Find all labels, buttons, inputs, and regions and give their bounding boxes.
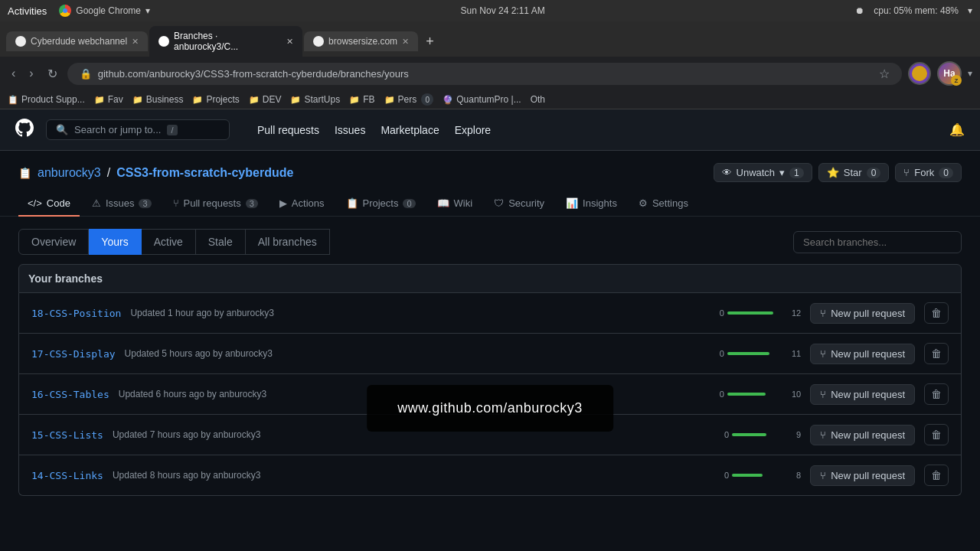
- delete-branch-button-3[interactable]: 🗑: [924, 383, 949, 405]
- unwatch-chevron: ▾: [779, 167, 785, 178]
- branch-name-1[interactable]: 18-CSS-Position: [31, 308, 121, 319]
- github-search[interactable]: 🔍 Search or jump to... /: [46, 119, 230, 140]
- bookmark-product-supp[interactable]: 📋 Product Supp...: [8, 94, 85, 105]
- bookmark-icon: 📁: [94, 95, 105, 105]
- unwatch-button[interactable]: 👁 Unwatch ▾ 1: [714, 163, 812, 182]
- bookmark-label: StartUps: [304, 94, 340, 105]
- bookmark-icon: 📁: [132, 95, 143, 105]
- branch-row: 18-CSS-Position Updated 1 hour ago by an…: [18, 293, 962, 334]
- tab-security[interactable]: 🛡 Security: [485, 191, 554, 217]
- os-activities[interactable]: Activities: [8, 5, 47, 17]
- tab-pr-label: Pull requests: [184, 197, 241, 209]
- tab-settings-label: Settings: [652, 197, 688, 209]
- branch-search-input[interactable]: [793, 231, 962, 253]
- nav-pull-requests[interactable]: Pull requests: [257, 124, 319, 136]
- branch-name-2[interactable]: 17-CSS-Display: [31, 348, 116, 360]
- graph-behind-5: 0: [724, 471, 729, 480]
- bookmark-oth[interactable]: Oth: [531, 94, 545, 105]
- bookmark-label: DEV: [263, 94, 282, 105]
- repo-name[interactable]: CSS3-from-scratch-cyberdude: [116, 166, 293, 180]
- github-logo[interactable]: [15, 119, 34, 141]
- browser-chevron[interactable]: ▾: [968, 68, 972, 79]
- branch-tab-stale[interactable]: Stale: [196, 229, 246, 255]
- branch-tab-yours[interactable]: Yours: [89, 229, 141, 255]
- bookmark-fb[interactable]: 📁 FB: [349, 94, 374, 105]
- bookmark-label: Oth: [531, 94, 545, 105]
- tab-cyberdude[interactable]: Cyberdude webchannel ✕: [6, 31, 148, 51]
- star-button[interactable]: ⭐ Star 0: [818, 163, 890, 182]
- tab-pull-requests[interactable]: ⑂ Pull requests 3: [164, 191, 267, 217]
- os-cpu-mem: cpu: 05% mem: 48%: [874, 5, 959, 16]
- delete-branch-button-2[interactable]: 🗑: [924, 343, 949, 364]
- os-chrome-app[interactable]: Google Chrome ▾: [59, 5, 150, 17]
- nav-explore[interactable]: Explore: [455, 124, 491, 136]
- address-bar[interactable]: 🔒 github.com/anburocky3/CSS3-from-scratc…: [67, 63, 902, 85]
- tab-wiki[interactable]: 📖 Wiki: [428, 191, 482, 217]
- nav-issues[interactable]: Issues: [335, 124, 365, 136]
- forward-button[interactable]: ›: [25, 65, 37, 82]
- branch-tab-all[interactable]: All branches: [246, 229, 330, 255]
- new-pr-button-3[interactable]: ⑂ New pull request: [810, 384, 915, 405]
- tab-settings[interactable]: ⚙ Settings: [629, 191, 697, 217]
- new-tab-button[interactable]: +: [420, 31, 440, 53]
- new-pr-button-1[interactable]: ⑂ New pull request: [810, 303, 915, 324]
- bookmark-pers[interactable]: 📁 Pers 0: [384, 93, 434, 106]
- bookmark-icon: 📁: [384, 95, 395, 105]
- graph-bar-ahead-3: [727, 393, 766, 396]
- tab-issues[interactable]: ⚠ Issues 3: [83, 191, 161, 217]
- nav-marketplace[interactable]: Marketplace: [381, 124, 439, 136]
- tab-github[interactable]: Branches · anburocky3/C... ✕: [149, 26, 302, 57]
- github-header: 🔍 Search or jump to... / Pull requests I…: [0, 109, 980, 151]
- tab-code-label: Code: [47, 197, 70, 209]
- tab-browsersize[interactable]: browsersize.com ✕: [304, 31, 418, 51]
- eye-icon: 👁: [722, 167, 732, 178]
- bookmark-business[interactable]: 📁 Business: [132, 94, 184, 105]
- os-bar: Activities Google Chrome ▾ Sun Nov 24 2:…: [0, 0, 980, 21]
- graph-bar-area-5: [732, 474, 793, 477]
- bookmark-startups[interactable]: 📁 StartUps: [290, 94, 340, 105]
- branch-updated-2: Updated 5 hours ago by anburocky3: [125, 348, 273, 359]
- bookmark-projects[interactable]: 📁 Projects: [192, 94, 239, 105]
- notification-bell-icon[interactable]: 🔔: [949, 122, 965, 137]
- repo-owner[interactable]: anburocky3: [38, 166, 101, 180]
- tab-close-github[interactable]: ✕: [286, 37, 293, 47]
- new-pr-button-2[interactable]: ⑂ New pull request: [810, 344, 915, 364]
- back-button[interactable]: ‹: [8, 65, 19, 82]
- delete-branch-button-5[interactable]: 🗑: [924, 465, 949, 486]
- bookmark-star-button[interactable]: ☆: [879, 67, 890, 81]
- lock-icon: 🔒: [80, 68, 92, 80]
- branch-tab-active[interactable]: Active: [142, 229, 196, 255]
- reload-button[interactable]: ↻: [44, 65, 61, 83]
- new-pr-button-5[interactable]: ⑂ New pull request: [810, 465, 915, 486]
- bookmark-fav[interactable]: 📁 Fav: [94, 94, 123, 105]
- browser-chrome: Cyberdude webchannel ✕ Branches · anburo…: [0, 21, 980, 109]
- new-pr-button-4[interactable]: ⑂ New pull request: [810, 425, 915, 445]
- bookmark-label: Fav: [108, 94, 123, 105]
- tab-code[interactable]: </> Code: [18, 191, 80, 217]
- tab-actions[interactable]: ▶ Actions: [270, 191, 334, 217]
- branch-name-4[interactable]: 15-CSS-Lists: [31, 429, 103, 441]
- branch-name-3[interactable]: 16-CSS-Tables: [31, 389, 109, 400]
- delete-branch-button-1[interactable]: 🗑: [924, 302, 949, 324]
- os-overflow-icon[interactable]: ▾: [968, 5, 972, 16]
- bookmark-quantumpro[interactable]: 🔮 QuantumPro |...: [443, 94, 521, 105]
- repo-actions: 👁 Unwatch ▾ 1 ⭐ Star 0 ⑂ Fork 0: [714, 163, 962, 182]
- fork-button[interactable]: ⑂ Fork 0: [895, 163, 962, 182]
- bookmark-dev[interactable]: 📁 DEV: [249, 94, 282, 105]
- graph-behind-4: 0: [724, 430, 729, 439]
- fork-label: Fork: [914, 167, 934, 178]
- branch-name-5[interactable]: 14-CSS-Links: [31, 470, 103, 481]
- delete-branch-button-4[interactable]: 🗑: [924, 424, 949, 445]
- new-pr-label-1: New pull request: [831, 308, 905, 319]
- os-app-chevron[interactable]: ▾: [145, 5, 150, 16]
- tab-close-cyberdude[interactable]: ✕: [132, 37, 139, 47]
- new-pr-label-3: New pull request: [831, 389, 905, 400]
- your-branches-header: Your branches: [18, 264, 962, 293]
- fork-icon: ⑂: [903, 167, 910, 178]
- branch-tab-overview[interactable]: Overview: [18, 229, 89, 255]
- tab-projects[interactable]: 📋 Projects 0: [337, 191, 425, 217]
- user-avatar[interactable]: Ha Z: [937, 61, 962, 86]
- address-text: github.com/anburocky3/CSS3-from-scratch-…: [98, 68, 873, 80]
- tab-insights[interactable]: 📊 Insights: [557, 191, 626, 217]
- tab-close-browsersize[interactable]: ✕: [402, 37, 409, 47]
